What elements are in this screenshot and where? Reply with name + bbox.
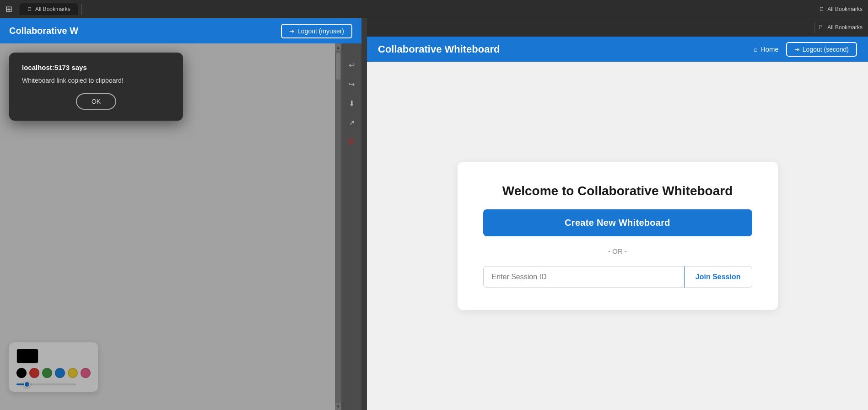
tab-divider	[81, 4, 82, 15]
join-session-button[interactable]: Join Session	[684, 266, 752, 288]
right-browser-bar: 🗋 All Bookmarks	[367, 18, 868, 37]
dialog-ok-button[interactable]: OK	[76, 93, 116, 110]
window-divider	[361, 18, 367, 410]
bookmark-icon-left: 🗋	[27, 6, 32, 12]
browser-tab-right[interactable]: 🗋 All Bookmarks	[819, 6, 863, 12]
browser-chrome: ⊞ 🗋 All Bookmarks 🗋 All Bookmarks	[0, 0, 868, 18]
right-divider-v	[814, 22, 814, 33]
right-body: Welcome to Collaborative Whiteboard Crea…	[367, 62, 868, 410]
bookmarks-label-left: All Bookmarks	[35, 6, 70, 12]
logout-button-left[interactable]: ⇥ Logout (myuser)	[281, 24, 352, 38]
left-body: localhost:5173 says Whiteboard link copi…	[0, 43, 361, 410]
browser-grid-icon: ⊞	[5, 4, 12, 14]
session-id-input[interactable]	[484, 266, 684, 288]
home-label: Home	[760, 45, 779, 53]
logout-label-left: Logout (myuser)	[297, 27, 344, 35]
left-header: Collaborative W ⇥ Logout (myuser)	[0, 18, 361, 43]
right-window: 🗋 All Bookmarks Collaborative Whiteboard…	[367, 18, 868, 410]
browser-tab-left[interactable]: 🗋 All Bookmarks	[20, 3, 78, 15]
logout-icon-left: ⇥	[289, 27, 295, 35]
logout-label-right: Logout (second)	[803, 46, 849, 53]
bookmark-icon-right: 🗋	[819, 6, 825, 12]
logout-icon-right: ⇥	[794, 46, 800, 53]
dialog-box: localhost:5173 says Whiteboard link copi…	[9, 53, 183, 121]
home-icon: ⌂	[754, 45, 758, 53]
join-session-row: Join Session	[483, 266, 752, 288]
welcome-title: Welcome to Collaborative Whiteboard	[502, 184, 733, 198]
dialog-overlay: localhost:5173 says Whiteboard link copi…	[0, 43, 361, 410]
logout-button-right[interactable]: ⇥ Logout (second)	[786, 42, 857, 57]
dialog-title: localhost:5173 says	[22, 64, 170, 71]
bookmark-icon-right2: 🗋	[818, 24, 824, 31]
bookmarks-label-right2: All Bookmarks	[827, 24, 863, 31]
right-header: Collaborative Whiteboard ⌂ Home ⇥ Logout…	[367, 37, 868, 62]
welcome-card: Welcome to Collaborative Whiteboard Crea…	[458, 162, 778, 310]
left-header-title: Collaborative W	[9, 26, 78, 36]
main-area: Collaborative W ⇥ Logout (myuser) localh…	[0, 18, 868, 410]
home-link[interactable]: ⌂ Home	[754, 45, 779, 53]
right-header-title: Collaborative Whiteboard	[378, 43, 500, 55]
bookmarks-label-right: All Bookmarks	[827, 6, 863, 12]
create-whiteboard-button[interactable]: Create New Whiteboard	[483, 209, 752, 236]
or-divider: - OR -	[608, 247, 627, 255]
left-window: Collaborative W ⇥ Logout (myuser) localh…	[0, 18, 361, 410]
right-header-nav: ⌂ Home ⇥ Logout (second)	[754, 42, 857, 57]
dialog-message: Whiteboard link copied to clipboard!	[22, 77, 170, 84]
